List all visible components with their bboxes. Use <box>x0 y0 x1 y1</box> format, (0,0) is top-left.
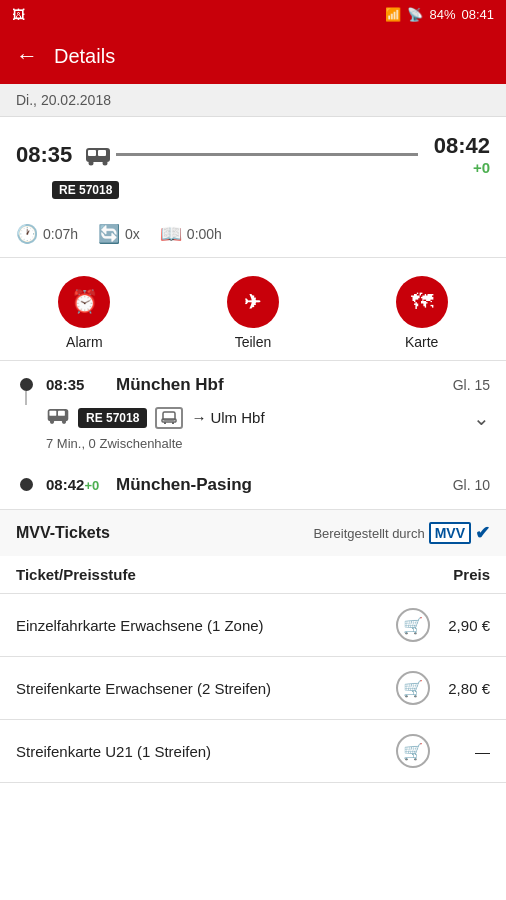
svg-point-8 <box>50 420 54 424</box>
journey-duration: 0:07h <box>43 226 78 242</box>
train-sub-row: RE 57018 → Ulm Hbf ⌄ <box>46 405 490 430</box>
vline-1 <box>25 391 27 405</box>
share-circle: ✈ <box>227 276 279 328</box>
ticket-table-header: Ticket/Preisstufe Preis <box>0 556 506 594</box>
ticket-price-3: — <box>440 743 490 760</box>
map-icon: 🗺 <box>411 289 433 315</box>
cart-button-1[interactable]: 🛒 <box>396 608 430 642</box>
signal-icon: 📡 <box>407 7 423 22</box>
header: ← Details <box>0 28 506 84</box>
col-price-header: Preis <box>453 566 490 583</box>
arrow-icon: → <box>191 409 206 426</box>
journey-summary: 08:35 08:42 +0 RE 57018 <box>0 117 506 215</box>
book-icon: 📖 <box>160 223 182 245</box>
stop-name-1: München Hbf <box>116 375 224 395</box>
transfer-icon: 🔄 <box>98 223 120 245</box>
bus-icon <box>84 144 112 166</box>
stop-row-1: 08:35 München Hbf Gl. 15 RE 57018 <box>16 361 490 465</box>
share-icon: ✈ <box>244 290 261 314</box>
mvv-logo: MVV <box>429 522 471 544</box>
journey-time-start: 08:35 <box>16 142 76 168</box>
action-bar: ⏰ Alarm ✈ Teilen 🗺 Karte <box>0 258 506 361</box>
train-badge-sm: RE 57018 <box>78 408 147 428</box>
alarm-circle: ⏰ <box>58 276 110 328</box>
cart-button-3[interactable]: 🛒 <box>396 734 430 768</box>
stop-name-2: München-Pasing <box>116 475 252 495</box>
date-bar: Di., 20.02.2018 <box>0 84 506 117</box>
small-bus-icon <box>46 405 70 430</box>
svg-point-3 <box>89 160 94 165</box>
svg-rect-1 <box>88 150 96 156</box>
ticket-name-1: Einzelfahrkarte Erwachsene (1 Zone) <box>16 617 386 634</box>
svg-rect-6 <box>49 411 56 416</box>
ticket-price-2: 2,80 € <box>440 680 490 697</box>
stop-track-2: Gl. 10 <box>445 477 490 493</box>
journey-line <box>84 144 422 166</box>
date-label: Di., 20.02.2018 <box>16 92 111 108</box>
svg-rect-2 <box>98 150 106 156</box>
seat-icon <box>155 407 183 429</box>
journey-delay: +0 <box>430 159 490 176</box>
svg-point-9 <box>62 420 66 424</box>
svg-rect-12 <box>164 422 166 424</box>
expand-icon[interactable]: ⌄ <box>473 406 490 430</box>
ticket-row-1: Einzelfahrkarte Erwachsene (1 Zone) 🛒 2,… <box>0 594 506 657</box>
battery-level: 84% <box>429 7 455 22</box>
app-icon: 🖼 <box>12 7 25 22</box>
train-duration: 7 Min., 0 Zwischenhalte <box>46 436 490 451</box>
alarm-button[interactable]: ⏰ Alarm <box>58 276 110 350</box>
mvv-logo-area: Bereitgestellt durch MVV ✔ <box>313 522 490 544</box>
stop-delay-2: +0 <box>84 478 99 493</box>
svg-rect-7 <box>58 411 65 416</box>
walk-time: 0:00h <box>187 226 222 242</box>
transfer-count: 0x <box>125 226 140 242</box>
wifi-icon: 📶 <box>385 7 401 22</box>
share-button[interactable]: ✈ Teilen <box>227 276 279 350</box>
clock-icon: 🕐 <box>16 223 38 245</box>
destination-name: Ulm Hbf <box>210 409 264 426</box>
journey-meta: 🕐 0:07h 🔄 0x 📖 0:00h <box>0 215 506 257</box>
stop-track-1: Gl. 15 <box>445 377 490 393</box>
mvv-check-icon: ✔ <box>475 522 490 544</box>
stop-time-2: 08:42+0 <box>46 475 116 493</box>
col-name-header: Ticket/Preisstufe <box>16 566 136 583</box>
map-label: Karte <box>405 334 438 350</box>
svg-point-4 <box>103 160 108 165</box>
alarm-label: Alarm <box>66 334 103 350</box>
mvv-title: MVV-Tickets <box>16 524 110 542</box>
ticket-price-1: 2,90 € <box>440 617 490 634</box>
stops-section: 08:35 München Hbf Gl. 15 RE 57018 <box>0 361 506 509</box>
journey-time-end: 08:42 <box>430 133 490 159</box>
back-button[interactable]: ← <box>16 43 38 69</box>
svg-rect-13 <box>172 422 174 424</box>
stop-dot-1 <box>20 378 33 391</box>
map-button[interactable]: 🗺 Karte <box>396 276 448 350</box>
ticket-name-2: Streifenkarte Erwachsener (2 Streifen) <box>16 680 386 697</box>
map-circle: 🗺 <box>396 276 448 328</box>
alarm-icon: ⏰ <box>71 289 98 315</box>
status-bar: 🖼 📶 📡 84% 08:41 <box>0 0 506 28</box>
ticket-name-3: Streifenkarte U21 (1 Streifen) <box>16 743 386 760</box>
stop-dot-2 <box>20 478 33 491</box>
share-label: Teilen <box>235 334 272 350</box>
arrow-dest: → Ulm Hbf <box>191 409 264 426</box>
cart-button-2[interactable]: 🛒 <box>396 671 430 705</box>
mvv-tickets-section: MVV-Tickets Bereitgestellt durch MVV ✔ <box>0 509 506 556</box>
status-time: 08:41 <box>461 7 494 22</box>
stop-time-1: 08:35 <box>46 375 116 393</box>
mvv-provided-by: Bereitgestellt durch <box>313 526 424 541</box>
ticket-row-2: Streifenkarte Erwachsener (2 Streifen) 🛒… <box>0 657 506 720</box>
page-title: Details <box>54 45 115 68</box>
stop-row-2: 08:42+0 München-Pasing Gl. 10 <box>16 465 490 509</box>
ticket-row-3: Streifenkarte U21 (1 Streifen) 🛒 — <box>0 720 506 783</box>
train-badge: RE 57018 <box>52 181 119 199</box>
